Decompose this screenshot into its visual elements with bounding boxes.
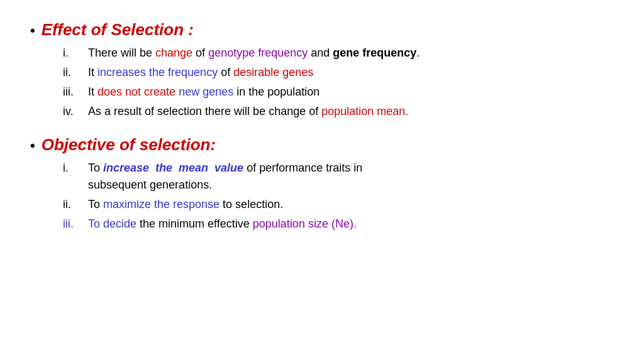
bullet-dot-2: • <box>30 138 35 154</box>
list-num: iii. <box>63 216 80 233</box>
highlight-desirable: desirable genes <box>233 66 313 79</box>
highlight-decide: decide <box>103 217 136 230</box>
highlight-gene-freq: gene frequency <box>333 47 416 59</box>
highlight-pop-size: population size (Ne). <box>253 217 357 230</box>
section2-heading: Objective of selection: <box>42 135 216 155</box>
section2-list: i. To increase the mean value of perform… <box>30 160 614 233</box>
section-effect-of-selection: • Effect of Selection : i. There will be… <box>30 20 614 120</box>
list-item: ii. It increases the frequency of desira… <box>63 64 614 81</box>
list-item-text: To increase the mean value of performanc… <box>88 160 362 194</box>
list-item: iii. It does not create new genes in the… <box>63 84 614 101</box>
highlight-change: change <box>155 47 192 59</box>
highlight-pop-mean: population mean. <box>321 105 408 118</box>
highlight-new-genes: new genes <box>179 85 233 98</box>
list-item-text: It does not create new genes in the popu… <box>88 84 319 101</box>
list-item-text: There will be change of genotype frequen… <box>88 45 419 62</box>
list-item: iii. To decide the minimum effective pop… <box>63 216 614 233</box>
section-objective-of-selection: • Objective of selection: i. To increase… <box>30 135 614 233</box>
section1-list: i. There will be change of genotype freq… <box>30 45 614 120</box>
list-item: i. To increase the mean value of perform… <box>63 160 614 194</box>
section1-heading: Effect of Selection : <box>42 20 194 40</box>
list-num: iv. <box>63 103 80 120</box>
list-item: i. There will be change of genotype freq… <box>63 45 614 62</box>
highlight-maximize: maximize the response <box>103 198 219 211</box>
list-item: iv. As a result of selection there will … <box>63 103 614 120</box>
list-num: ii. <box>63 196 80 213</box>
list-item-text: To decide the minimum effective populati… <box>88 216 357 233</box>
list-item: ii. To maximize the response to selectio… <box>63 196 614 213</box>
list-num: i. <box>63 45 80 62</box>
slide-content: • Effect of Selection : i. There will be… <box>0 0 644 362</box>
highlight-increases: increases the frequency <box>97 66 218 79</box>
list-item-text: To maximize the response to selection. <box>88 196 283 213</box>
highlight-increase-mean: increase the mean value <box>103 162 243 174</box>
highlight-genotype-freq: genotype frequency <box>208 47 308 59</box>
bullet-dot-1: • <box>30 23 35 39</box>
spacer <box>30 125 614 135</box>
highlight-does-not: does not create <box>97 85 175 98</box>
section2-heading-row: • Objective of selection: <box>30 135 614 155</box>
list-num: ii. <box>63 64 80 81</box>
list-item-text: It increases the frequency of desirable … <box>88 64 313 81</box>
list-num: i. <box>63 160 80 177</box>
list-num: iii. <box>63 84 80 101</box>
list-item-text: As a result of selection there will be c… <box>88 103 408 120</box>
section1-heading-row: • Effect of Selection : <box>30 20 614 40</box>
